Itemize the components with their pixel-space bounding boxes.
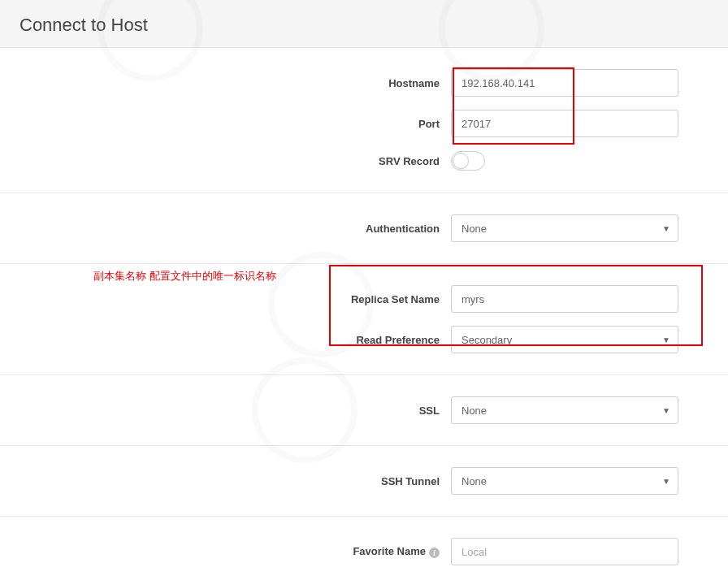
info-icon: i [429,548,440,558]
row-ssh: SSH Tunnel None ▼ [0,461,728,501]
row-auth: Authentication None ▼ [0,208,728,249]
row-srv: SRV Record [0,144,728,178]
section-ssl: SSL None ▼ [0,375,728,446]
input-replica-name[interactable] [451,285,678,313]
input-hostname[interactable] [451,69,678,97]
input-favorite-name[interactable] [451,538,678,565]
select-auth[interactable]: None [451,214,678,242]
toggle-srv[interactable] [451,151,485,171]
section-favorite: Favorite Namei CREATE FAVORITE CONNECT [0,517,728,580]
label-port: Port [0,118,451,130]
select-ssl[interactable]: None [451,396,678,424]
label-replica-name: Replica Set Name [0,293,451,305]
input-port[interactable] [451,110,678,137]
action-bar: CREATE FAVORITE CONNECT [0,572,728,580]
label-favorite-name: Favorite Namei [0,545,451,557]
row-replica-name: Replica Set Name [0,279,728,319]
row-favorite-name: Favorite Namei [0,531,728,572]
row-ssl: SSL None ▼ [0,390,728,431]
toggle-knob-icon [453,153,469,169]
select-ssh[interactable]: None [451,467,678,495]
page-header: Connect to Host [0,0,728,48]
label-hostname: Hostname [0,77,451,89]
label-ssh: SSH Tunnel [0,475,451,487]
section-ssh: SSH Tunnel None ▼ [0,446,728,517]
label-ssl: SSL [0,405,451,417]
label-srv: SRV Record [0,155,451,167]
row-hostname: Hostname [0,63,728,103]
section-host: Hostname Port SRV Record [0,48,728,193]
label-read-pref: Read Preference [0,334,451,346]
select-read-pref[interactable]: Secondary [451,326,678,353]
form-content: Hostname Port SRV Record Authentication [0,48,728,580]
row-port: Port [0,103,728,144]
page-title: Connect to Host [20,15,708,36]
section-auth: Authentication None ▼ [0,193,728,264]
row-read-pref: Read Preference Secondary ▼ [0,319,728,360]
annotation-text: 副本集名称 配置文件中的唯一标识名称 [93,269,276,284]
label-auth: Authentication [0,223,451,235]
